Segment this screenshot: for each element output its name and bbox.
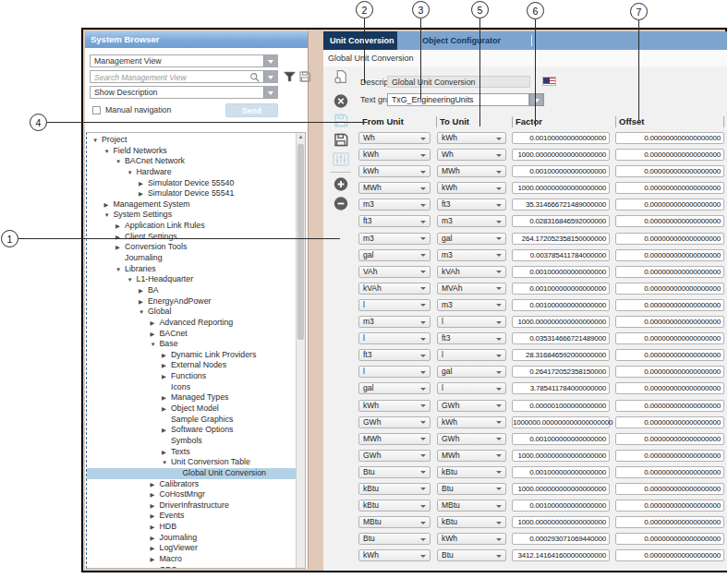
factor-input[interactable]: 0.028316846592000000 [512,215,610,227]
offset-input[interactable]: 0.000000000000000000 [615,516,724,528]
tree-expander-icon[interactable]: ▼ [162,457,171,468]
to-unit-select[interactable]: MVAh [437,283,506,295]
offset-input[interactable]: 0.000000000000000000 [615,549,724,561]
tree-expander-icon[interactable]: ▶ [162,392,171,403]
manual-navigation-checkbox[interactable] [92,106,101,114]
tree-expander-icon[interactable]: ▶ [115,221,125,232]
from-unit-select[interactable]: l [358,366,431,378]
offset-input[interactable]: 0.000000000000000000 [615,433,724,445]
factor-input[interactable]: 1000000.000000000000000000 [512,416,610,428]
tree-item[interactable]: ▶Client Settings [87,232,296,243]
from-unit-select[interactable]: l [358,332,431,344]
tree-item[interactable]: Sample Graphics [87,415,296,426]
tree-item[interactable]: ▶OPC [87,565,296,568]
to-unit-select[interactable]: Wh [437,149,506,161]
offset-input[interactable]: 0.000000000000000000 [615,316,724,328]
from-unit-select[interactable]: VAh [358,266,431,278]
to-unit-select[interactable]: m3 [437,249,506,261]
tree-item[interactable]: ▶DriverInfrastructure [87,500,296,512]
tree-expander-icon[interactable]: ▼ [127,167,137,178]
tree-expander-icon[interactable]: ▶ [139,188,148,199]
tree-item[interactable]: ▼L1-Headquarter [87,274,296,285]
tree-expander-icon[interactable]: ▼ [115,264,125,275]
offset-input[interactable]: 0.000000000000000000 [615,533,724,545]
factor-input[interactable]: 1000.000000000000000000 [512,483,610,495]
tree-item[interactable]: ▶Advanced Reporting [87,318,296,329]
from-unit-select[interactable]: gal [358,249,431,261]
factor-input[interactable]: 1000.000000000000000000 [512,182,610,194]
offset-input[interactable]: 0.000000000000000000 [615,349,724,361]
offset-input[interactable]: 0.000000000000000000 [615,366,724,378]
to-unit-select[interactable]: kBtu [437,466,506,478]
filter-funnel-icon[interactable] [284,71,296,82]
tree-item[interactable]: ▼Global [87,307,296,318]
to-unit-select[interactable]: kWh [437,132,506,144]
factor-input[interactable]: 0.001000000000000000 [512,433,610,445]
offset-input[interactable]: 0.000000000000000000 [615,215,724,227]
tree-expander-icon[interactable]: ▼ [115,156,125,167]
tree-item[interactable]: ▶Management System [87,199,296,211]
factor-input[interactable]: 0.264172052358150000 [512,366,610,378]
offset-input[interactable]: 0.000000000000000000 [615,466,724,478]
tree-item[interactable]: Symbols [87,436,296,447]
tree-item[interactable]: ▼System Settings [87,210,296,221]
search-field[interactable] [90,70,278,83]
save-icon[interactable] [333,132,349,148]
from-unit-select[interactable]: kWh [358,400,431,412]
tree-expander-icon[interactable]: ▶ [162,360,171,371]
save-disabled-icon[interactable] [333,113,349,128]
tree-item[interactable]: Icons [87,382,296,393]
tree-item[interactable]: ▶External Nodes [87,360,296,371]
factor-input[interactable]: 1000.000000000000000000 [512,316,610,328]
from-unit-select[interactable]: gal [358,382,431,394]
tree-expander-icon[interactable]: ▼ [139,307,148,318]
factor-input[interactable]: 0.001000000000000000 [512,165,610,177]
tree-item[interactable]: ▶EnergyAndPower [87,296,296,307]
tree-expander-icon[interactable]: ▶ [115,232,125,243]
from-unit-select[interactable]: Btu [358,533,431,545]
tree-item[interactable]: ▼Hardware [87,167,296,178]
from-unit-select[interactable]: ft3 [358,349,431,361]
tree-item[interactable]: ▶Simulator Device 55541 [87,188,296,199]
tree-item[interactable]: ▶Conversion Tools [87,242,296,253]
scrollbar-thumb[interactable] [297,144,304,340]
factor-input[interactable]: 0.003785411784000000 [512,249,610,261]
tree-item[interactable]: ▶Managed Types [87,392,296,403]
to-unit-select[interactable]: GWh [437,433,506,445]
tree-item[interactable]: ▼Field Networks [87,146,296,157]
offset-input[interactable]: 0.000000000000000000 [615,299,724,311]
to-unit-select[interactable]: gal [437,366,506,378]
factor-input[interactable]: 0.001000000000000000 [512,132,610,144]
offset-input[interactable]: 0.000000000000000000 [615,400,724,412]
text-group-combo[interactable]: TxG_EngineeringUnits [387,93,529,106]
sliders-icon[interactable] [333,151,349,167]
factor-input[interactable]: 1000.000000000000000000 [512,450,610,462]
to-unit-select[interactable]: l [437,349,506,361]
tree-expander-icon[interactable]: ▼ [92,135,102,146]
tree-item[interactable]: ▶CoHostMngr [87,489,296,500]
factor-input[interactable]: 3.785411784000000000 [512,382,610,394]
tree-expander-icon[interactable]: ▶ [151,500,160,512]
from-unit-select[interactable]: kBtu [358,500,431,512]
offset-input[interactable]: 0.000000000000000000 [615,199,724,211]
from-unit-select[interactable]: kBtu [358,483,431,495]
search-input[interactable] [92,72,225,83]
to-unit-select[interactable]: kWh [437,182,506,194]
factor-input[interactable]: 0.000001000000000000 [512,400,610,412]
chevron-down-icon[interactable] [263,87,277,98]
tree-item[interactable]: ▼Libraries [87,264,296,275]
to-unit-select[interactable]: kVAh [437,266,506,278]
to-unit-select[interactable]: MBtu [437,500,506,512]
tree-expander-icon[interactable]: ▶ [162,425,171,436]
factor-input[interactable]: 1000.000000000000000000 [512,149,610,161]
to-unit-select[interactable]: l [437,316,506,328]
view-selector[interactable]: Management View [90,54,278,67]
from-unit-select[interactable]: GWh [358,450,431,462]
tree-item[interactable]: Global Unit Conversion [87,468,296,479]
offset-input[interactable]: 0.000000000000000000 [615,182,724,194]
offset-input[interactable]: 0.000000000000000000 [615,500,724,512]
tree-item[interactable]: ▼Base [87,339,296,350]
factor-input[interactable]: 0.000293071069440000 [512,533,610,545]
tree-scrollbar[interactable]: ▲ [296,133,305,568]
tree-item[interactable]: ▶Software Options [87,425,296,436]
